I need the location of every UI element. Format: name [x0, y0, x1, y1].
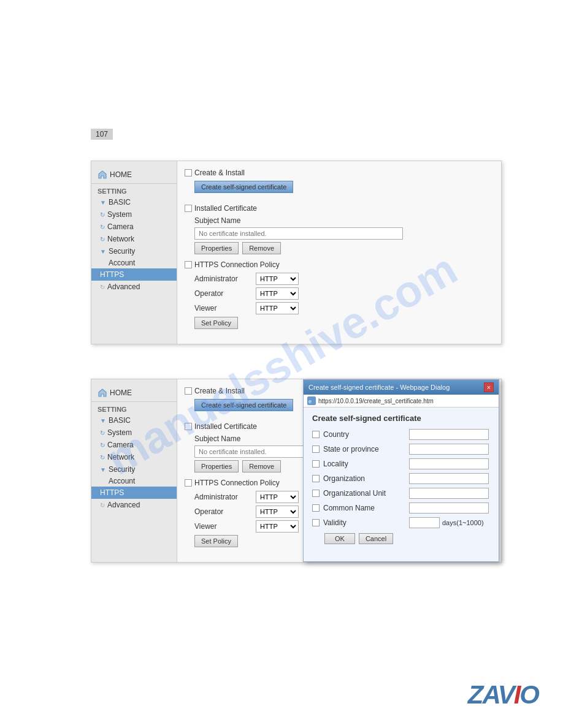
sidebar-network-1[interactable]: ↻ Network	[91, 233, 177, 245]
sidebar-account-1[interactable]: Account	[91, 257, 177, 268]
installed-cert-label-1: Installed Certificate	[194, 204, 257, 213]
sidebar-https-1[interactable]: HTTPS	[91, 268, 177, 281]
cert-field-1[interactable]	[194, 227, 403, 240]
sidebar-camera-2[interactable]: ↻ Camera	[91, 439, 177, 451]
sidebar-account-2[interactable]: Account	[91, 476, 177, 487]
https-policy-header-1: HTTPS Connection Policy	[185, 260, 494, 269]
sidebar-camera-1[interactable]: ↻ Camera	[91, 221, 177, 233]
remove-btn-1[interactable]: Remove	[242, 242, 281, 254]
create-cert-btn-1[interactable]: Create self-signed certificate	[194, 181, 293, 193]
svg-text:e: e	[308, 398, 312, 404]
panel-1: HOME SETTING ▼ BASIC ↻ System ↻ Camera ↻…	[91, 161, 502, 344]
sidebar-basic-1[interactable]: ▼ BASIC	[91, 196, 177, 208]
validity-range-text: days(1~1000)	[442, 519, 484, 526]
https-label-2: HTTPS	[100, 488, 124, 497]
logo-text: ZAVIO	[468, 680, 538, 709]
create-cert-btn-2[interactable]: Create self-signed certificate	[194, 399, 293, 411]
home-label-1: HOME	[110, 170, 132, 179]
operator-row-1: Operator HTTP HTTPS	[194, 287, 494, 300]
operator-select-1[interactable]: HTTP HTTPS	[256, 287, 299, 300]
dialog-ok-btn[interactable]: OK	[324, 533, 355, 544]
arrow-system-2: ↻	[100, 430, 105, 436]
subject-name-label-1: Subject Name	[194, 216, 494, 225]
create-install-header-1: Create & Install	[185, 169, 494, 177]
camera-label-1: Camera	[107, 222, 134, 231]
validity-row: Validity 365 days(1~1000)	[312, 517, 490, 528]
properties-btn-2[interactable]: Properties	[194, 460, 239, 472]
state-row: State or province	[312, 444, 490, 455]
create-install-label-1: Create & Install	[194, 169, 245, 177]
installed-cert-checkbox-2[interactable]	[185, 423, 192, 430]
arrow-camera-1: ↻	[100, 224, 105, 230]
create-install-checkbox-1[interactable]	[185, 169, 192, 176]
common-name-input[interactable]	[409, 502, 489, 514]
dialog-heading: Create self-signed certificate	[312, 414, 490, 423]
org-unit-checkbox[interactable]	[312, 490, 320, 497]
installed-cert-label-2: Installed Certificate	[194, 422, 257, 431]
admin-select-1[interactable]: HTTP HTTPS	[256, 273, 299, 285]
sidebar-system-2[interactable]: ↻ System	[91, 427, 177, 439]
set-policy-btn-2[interactable]: Set Policy	[194, 535, 238, 547]
organization-row: Organization	[312, 473, 490, 484]
admin-select-2[interactable]: HTTP HTTPS	[256, 491, 299, 503]
arrow-advanced-2: ↻	[100, 502, 105, 509]
sidebar-advanced-2[interactable]: ↻ Advanced	[91, 499, 177, 511]
sidebar-1: HOME SETTING ▼ BASIC ↻ System ↻ Camera ↻…	[91, 161, 177, 344]
installed-cert-checkbox-1[interactable]	[185, 205, 192, 212]
sidebar-system-1[interactable]: ↻ System	[91, 208, 177, 221]
operator-select-2[interactable]: HTTP HTTPS	[256, 506, 299, 518]
sidebar-basic-2[interactable]: ▼ BASIC	[91, 414, 177, 427]
viewer-select-1[interactable]: HTTP HTTPS	[256, 302, 299, 314]
advanced-label-1: Advanced	[107, 282, 140, 291]
dialog-close-btn[interactable]: ×	[484, 382, 494, 392]
locality-checkbox[interactable]	[312, 460, 320, 468]
validity-input[interactable]: 365	[409, 517, 440, 528]
home-label-2: HOME	[110, 389, 132, 397]
https-policy-section-1: HTTPS Connection Policy Administrator HT…	[185, 260, 494, 329]
create-install-checkbox-2[interactable]	[185, 387, 192, 395]
common-name-row: Common Name	[312, 502, 490, 514]
account-label-1: Account	[109, 259, 135, 267]
sidebar-home-2[interactable]: HOME	[91, 384, 177, 402]
country-input[interactable]	[409, 429, 489, 440]
dialog-create-cert: Create self-signed certificate - Webpage…	[303, 379, 499, 562]
common-name-checkbox[interactable]	[312, 504, 320, 512]
https-policy-label-2: HTTPS Connection Policy	[194, 479, 280, 487]
organization-input[interactable]	[409, 473, 489, 484]
dialog-footer: OK Cancel	[312, 533, 490, 544]
network-label-2: Network	[107, 453, 134, 461]
advanced-label-2: Advanced	[107, 501, 140, 509]
properties-btn-1[interactable]: Properties	[194, 242, 239, 254]
operator-label-2: Operator	[194, 507, 256, 516]
remove-btn-2[interactable]: Remove	[242, 460, 281, 472]
country-checkbox[interactable]	[312, 431, 320, 438]
admin-row-1: Administrator HTTP HTTPS	[194, 273, 494, 285]
org-unit-input[interactable]	[409, 488, 489, 499]
state-input[interactable]	[409, 444, 489, 455]
setting-label-1: SETTING	[91, 186, 177, 196]
sidebar-home-1[interactable]: HOME	[91, 166, 177, 184]
create-install-section-1: Create & Install Create self-signed cert…	[185, 169, 494, 198]
common-name-label: Common Name	[323, 504, 409, 512]
set-policy-btn-1[interactable]: Set Policy	[194, 317, 238, 329]
validity-checkbox[interactable]	[312, 519, 320, 526]
arrow-camera-2: ↻	[100, 442, 105, 449]
sidebar-security-1[interactable]: ▼ Security	[91, 245, 177, 257]
sidebar-network-2[interactable]: ↻ Network	[91, 451, 177, 463]
dialog-addressbar: e https://10.0.0.19/create_ssl_certifica…	[304, 395, 499, 408]
operator-label-1: Operator	[194, 289, 256, 298]
organization-checkbox[interactable]	[312, 475, 320, 482]
dialog-cancel-btn[interactable]: Cancel	[359, 533, 393, 544]
create-install-label-2: Create & Install	[194, 387, 245, 395]
https-policy-checkbox-2[interactable]	[185, 479, 192, 487]
main-content-1: Create & Install Create self-signed cert…	[177, 161, 501, 344]
locality-input[interactable]	[409, 458, 489, 469]
sidebar-https-2[interactable]: HTTPS	[91, 487, 177, 499]
viewer-select-2[interactable]: HTTP HTTPS	[256, 520, 299, 533]
sidebar-security-2[interactable]: ▼ Security	[91, 463, 177, 476]
viewer-label-1: Viewer	[194, 304, 256, 313]
state-checkbox[interactable]	[312, 446, 320, 453]
home-icon-2	[98, 388, 107, 398]
https-policy-checkbox-1[interactable]	[185, 261, 192, 268]
sidebar-advanced-1[interactable]: ↻ Advanced	[91, 281, 177, 293]
